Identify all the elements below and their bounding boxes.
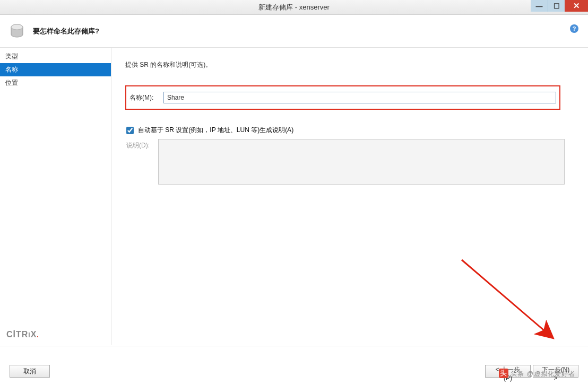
citrix-logo: CİTRIX. [6,330,39,339]
wizard-header: 要怎样命名此存储库? ? [0,15,588,48]
name-highlight-box: 名称(M): [125,85,560,110]
window-controls: — ☐ ✕ [531,0,588,12]
sidebar-item-type[interactable]: 类型 [0,50,111,63]
description-row: 说明(D): [126,139,572,185]
minimize-button[interactable]: — [531,0,548,12]
window-title: 新建存储库 - xenserver [258,3,330,12]
name-input[interactable] [163,92,556,103]
next-button[interactable]: 下一步(N) > [533,365,578,378]
help-icon[interactable]: ? [570,24,578,33]
titlebar: 新建存储库 - xenserver — ☐ ✕ [0,0,588,15]
name-label: 名称(M): [129,93,161,102]
close-button[interactable]: ✕ [565,0,588,12]
wizard-question: 要怎样命名此存储库? [33,27,99,36]
sidebar-item-location[interactable]: 位置 [0,76,111,90]
autogen-row: 自动基于 SR 设置(例如，IP 地址、LUN 等)生成说明(A) [126,126,572,135]
autogen-checkbox[interactable] [126,127,134,134]
autogen-label: 自动基于 SR 设置(例如，IP 地址、LUN 等)生成说明(A) [138,126,293,135]
previous-button[interactable]: < 上一步(P) [485,365,531,378]
description-label: 说明(D): [126,139,158,150]
svg-point-1 [11,24,23,30]
maximize-button[interactable]: ☐ [548,0,565,12]
wizard-body: 类型 名称 位置 CİTRIX. 提供 SR 的名称和说明(可选)。 名称(M)… [0,48,588,345]
instruction-text: 提供 SR 的名称和说明(可选)。 [125,60,572,69]
description-textarea [158,139,565,185]
wizard-sidebar: 类型 名称 位置 CİTRIX. [0,48,111,345]
wizard-main: 提供 SR 的名称和说明(可选)。 名称(M): 自动基于 SR 设置(例如，I… [111,48,588,345]
wizard-footer: 取消 < 上一步(P) 下一步(N) > [0,346,588,385]
storage-icon [8,23,25,40]
sidebar-item-name[interactable]: 名称 [0,63,111,76]
cancel-button[interactable]: 取消 [10,365,50,378]
